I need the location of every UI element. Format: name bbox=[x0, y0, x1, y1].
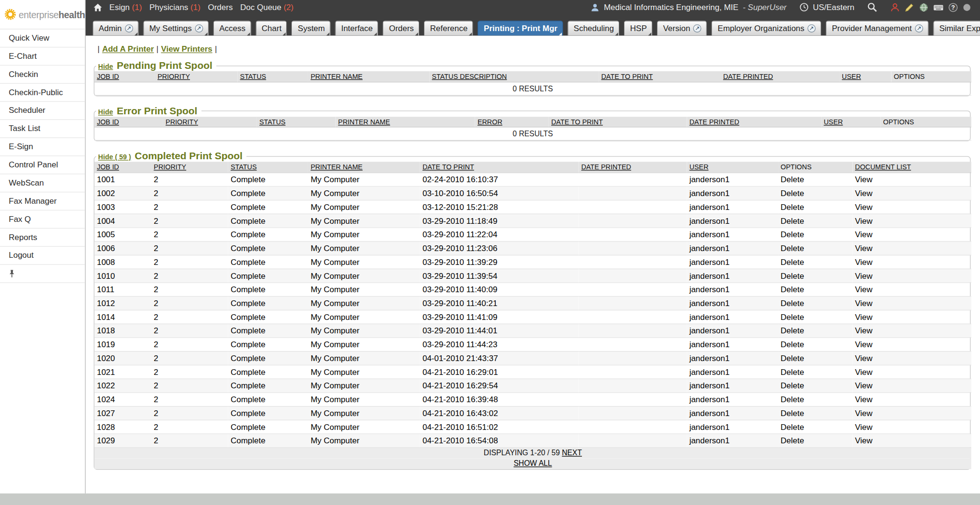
sidebar-item-fax-q[interactable]: Fax Q bbox=[0, 210, 85, 229]
column-header-status[interactable]: STATUS bbox=[228, 162, 308, 172]
sidebar-item-webscan[interactable]: WebScan bbox=[0, 174, 85, 192]
column-header-error[interactable]: ERROR bbox=[475, 117, 549, 127]
view-link[interactable]: View bbox=[855, 312, 873, 321]
tab-employer-organizations[interactable]: Employer Organizations↗ bbox=[712, 21, 822, 35]
menu-item-physicians[interactable]: Physicians (1) bbox=[149, 2, 200, 12]
delete-link[interactable]: Delete bbox=[780, 436, 804, 445]
tab-access[interactable]: Access bbox=[213, 21, 251, 35]
sidebar-item-checkin[interactable]: Checkin bbox=[0, 66, 85, 84]
globe-button[interactable] bbox=[919, 2, 929, 12]
menu-item-esign[interactable]: Esign (1) bbox=[110, 2, 142, 12]
delete-link[interactable]: Delete bbox=[780, 216, 804, 225]
tab-interface[interactable]: Interface bbox=[335, 21, 379, 35]
home-button[interactable] bbox=[93, 3, 103, 11]
column-header-status[interactable]: STATUS bbox=[257, 117, 336, 127]
sidebar-pin-toggle[interactable] bbox=[0, 265, 85, 283]
view-link[interactable]: View bbox=[855, 436, 873, 445]
view-link[interactable]: View bbox=[855, 257, 873, 266]
column-header-date-to-print[interactable]: DATE TO PRINT bbox=[420, 162, 579, 172]
column-header-date-printed[interactable]: DATE PRINTED bbox=[721, 71, 839, 82]
sidebar-item-quick-view[interactable]: Quick View bbox=[0, 29, 85, 47]
column-header-priority[interactable]: PRIORITY bbox=[151, 162, 228, 172]
column-header-user[interactable]: USER bbox=[821, 117, 880, 127]
delete-link[interactable]: Delete bbox=[780, 285, 804, 294]
sidebar-item-checkin-public[interactable]: Checkin-Public bbox=[0, 84, 85, 102]
column-header-job-id[interactable]: JOB ID bbox=[94, 71, 155, 82]
tab-hsp[interactable]: HSP bbox=[624, 21, 653, 35]
view-link[interactable]: View bbox=[855, 243, 873, 253]
sidebar-item-fax-manager[interactable]: Fax Manager bbox=[0, 192, 85, 210]
column-header-printer-name[interactable]: PRINTER NAME bbox=[335, 117, 475, 127]
column-header-status-description[interactable]: STATUS DESCRIPTION bbox=[429, 71, 599, 82]
column-header-date-to-print[interactable]: DATE TO PRINT bbox=[599, 71, 721, 82]
column-header-printer-name[interactable]: PRINTER NAME bbox=[308, 71, 429, 82]
sidebar-item-e-sign[interactable]: E-Sign bbox=[0, 138, 85, 156]
delete-link[interactable]: Delete bbox=[780, 326, 804, 335]
column-header-user[interactable]: USER bbox=[839, 71, 891, 82]
view-link[interactable]: View bbox=[855, 285, 873, 294]
delete-link[interactable]: Delete bbox=[780, 175, 804, 184]
column-header-document-list[interactable]: DOCUMENT LIST bbox=[853, 162, 971, 172]
help-button[interactable]: ? bbox=[948, 2, 958, 12]
menu-item-orders[interactable]: Orders bbox=[208, 2, 233, 12]
delete-link[interactable]: Delete bbox=[780, 422, 804, 431]
view-link[interactable]: View bbox=[855, 216, 873, 225]
delete-link[interactable]: Delete bbox=[780, 340, 804, 349]
sidebar-item-scheduler[interactable]: Scheduler bbox=[0, 102, 85, 120]
online-users-button[interactable] bbox=[890, 2, 900, 12]
sidebar-item-control-panel[interactable]: Control Panel bbox=[0, 156, 85, 175]
delete-link[interactable]: Delete bbox=[780, 243, 804, 253]
view-link[interactable]: View bbox=[855, 298, 873, 308]
add-a-printer-link[interactable]: Add A Printer bbox=[102, 44, 154, 54]
search-button[interactable] bbox=[867, 2, 878, 12]
delete-link[interactable]: Delete bbox=[780, 188, 804, 198]
delete-link[interactable]: Delete bbox=[780, 230, 804, 239]
column-header-priority[interactable]: PRIORITY bbox=[155, 71, 237, 82]
hide-completed-link[interactable]: Hide ( 59 ) bbox=[98, 153, 131, 161]
delete-link[interactable]: Delete bbox=[780, 257, 804, 266]
column-header-priority[interactable]: PRIORITY bbox=[163, 117, 257, 127]
app-logo[interactable]: enterprisehealth bbox=[0, 0, 85, 29]
delete-link[interactable]: Delete bbox=[780, 381, 804, 390]
delete-link[interactable]: Delete bbox=[780, 367, 804, 376]
view-link[interactable]: View bbox=[855, 188, 873, 198]
view-link[interactable]: View bbox=[855, 202, 873, 212]
view-link[interactable]: View bbox=[855, 175, 873, 184]
show-all-link[interactable]: SHOW ALL bbox=[513, 459, 552, 467]
view-link[interactable]: View bbox=[855, 271, 873, 280]
column-header-printer-name[interactable]: PRINTER NAME bbox=[308, 162, 420, 172]
view-link[interactable]: View bbox=[855, 408, 873, 418]
tab-system[interactable]: System bbox=[291, 21, 330, 35]
tab-printing-print-mgr[interactable]: Printing : Print Mgr bbox=[478, 21, 563, 35]
column-header-status[interactable]: STATUS bbox=[237, 71, 308, 82]
tab-scheduling[interactable]: Scheduling bbox=[568, 21, 620, 35]
hide-pending-link[interactable]: Hide bbox=[98, 63, 113, 70]
menu-item-doc-queue[interactable]: Doc Queue (2) bbox=[240, 2, 293, 12]
column-header-job-id[interactable]: JOB ID bbox=[94, 162, 151, 172]
sidebar-item-task-list[interactable]: Task List bbox=[0, 120, 85, 138]
delete-link[interactable]: Delete bbox=[780, 298, 804, 308]
view-link[interactable]: View bbox=[855, 395, 873, 404]
delete-link[interactable]: Delete bbox=[780, 202, 804, 212]
tab-similar-exposure-groups-segs[interactable]: Similar Exposure Groups (SEGs)↗ bbox=[933, 21, 980, 35]
column-header-user[interactable]: USER bbox=[687, 162, 778, 172]
sidebar-item-logout[interactable]: Logout bbox=[0, 247, 85, 265]
view-link[interactable]: View bbox=[855, 353, 873, 363]
tab-reference[interactable]: Reference bbox=[424, 21, 473, 35]
sidebar-item-reports[interactable]: Reports bbox=[0, 229, 85, 247]
column-header-date-to-print[interactable]: DATE TO PRINT bbox=[549, 117, 687, 127]
tab-version[interactable]: Version↗ bbox=[657, 21, 707, 35]
column-header-date-printed[interactable]: DATE PRINTED bbox=[579, 162, 687, 172]
view-link[interactable]: View bbox=[855, 326, 873, 335]
delete-link[interactable]: Delete bbox=[780, 312, 804, 321]
tab-chart[interactable]: Chart bbox=[256, 21, 287, 35]
tab-orders[interactable]: Orders bbox=[383, 21, 420, 35]
tab-admin[interactable]: Admin↗ bbox=[92, 21, 138, 35]
delete-link[interactable]: Delete bbox=[780, 395, 804, 404]
delete-link[interactable]: Delete bbox=[780, 271, 804, 280]
view-link[interactable]: View bbox=[855, 381, 873, 390]
hide-error-link[interactable]: Hide bbox=[98, 108, 113, 115]
view-link[interactable]: View bbox=[855, 230, 873, 239]
next-page-link[interactable]: NEXT bbox=[562, 448, 582, 457]
view-printers-link[interactable]: View Printers bbox=[161, 44, 212, 54]
